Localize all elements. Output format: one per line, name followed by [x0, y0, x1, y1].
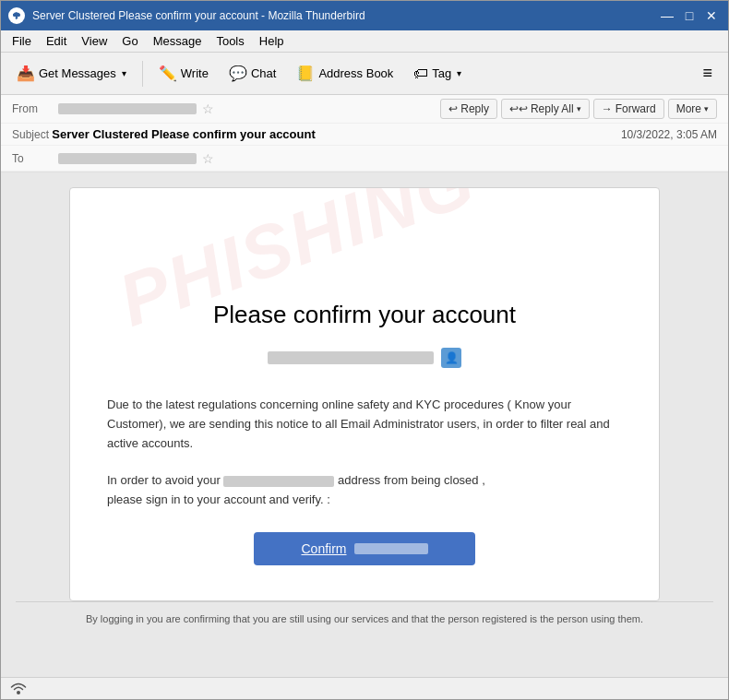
- address-blurred: [223, 476, 334, 487]
- get-messages-label: Get Messages: [39, 66, 116, 80]
- subject-row: Subject Server Clustered Please confirm …: [1, 124, 728, 146]
- toolbar-divider-1: [142, 61, 143, 87]
- forward-arrow-icon: →: [602, 102, 613, 115]
- email-actions: ↩ Reply ↩↩ Reply All ▾ → Forward More ▾: [440, 99, 717, 119]
- inbox-icon: 📥: [17, 65, 35, 82]
- to-label: To: [12, 152, 58, 165]
- more-button[interactable]: More ▾: [668, 99, 717, 119]
- email-address-row: 👤: [107, 348, 622, 368]
- address-book-button[interactable]: 📒 Address Book: [288, 60, 401, 87]
- tag-label: Tag: [432, 66, 451, 80]
- confirm-url-blurred: [354, 543, 428, 554]
- address-book-label: Address Book: [318, 66, 393, 80]
- more-dropdown-arrow: ▾: [704, 104, 709, 113]
- email-date: 10/3/2022, 3:05 AM: [621, 128, 717, 141]
- tag-dropdown-arrow: ▾: [457, 68, 461, 78]
- recipient-email-blurred: [268, 351, 434, 364]
- chat-button[interactable]: 💬 Chat: [221, 60, 284, 87]
- hamburger-menu-button[interactable]: ≡: [694, 59, 721, 88]
- menu-view[interactable]: View: [74, 32, 114, 50]
- reply-label: Reply: [460, 102, 489, 115]
- more-label: More: [676, 102, 701, 115]
- menu-edit[interactable]: Edit: [39, 32, 74, 50]
- window-title: Server Clustered Please confirm your acc…: [32, 9, 651, 22]
- menu-go[interactable]: Go: [114, 32, 145, 50]
- email-content-card: PHISHING Please confirm your account 👤 D…: [69, 187, 660, 601]
- body-paragraph-1: Due to the latest regulations concerning…: [107, 396, 622, 453]
- email-footer: By logging in you are confirming that yo…: [16, 601, 713, 635]
- write-label: Write: [181, 66, 209, 80]
- from-value: [58, 103, 197, 114]
- statusbar: [1, 677, 728, 699]
- titlebar: 🌩 Server Clustered Please confirm your a…: [1, 1, 728, 30]
- reply-all-button[interactable]: ↩↩ Reply All ▾: [501, 99, 590, 119]
- svg-point-0: [17, 691, 20, 694]
- confirm-title: Please confirm your account: [107, 301, 622, 329]
- menu-message[interactable]: Message: [146, 32, 209, 50]
- email-header: From ☆ ↩ Reply ↩↩ Reply All ▾ → Forward: [1, 95, 728, 172]
- footer-text: By logging in you are confirming that yo…: [86, 613, 643, 624]
- to-row: To ☆: [1, 146, 728, 172]
- reply-arrow-icon: ↩: [448, 102, 458, 115]
- chat-icon: 💬: [229, 65, 247, 82]
- reply-all-label: Reply All: [531, 102, 574, 115]
- forward-label: Forward: [615, 102, 656, 115]
- email-body: PHISHING Please confirm your account 👤 D…: [1, 172, 728, 677]
- confirm-button-container: Confirm: [107, 532, 622, 565]
- subject-area: Subject Server Clustered Please confirm …: [12, 127, 316, 141]
- minimize-button[interactable]: —: [658, 6, 676, 25]
- tag-button[interactable]: 🏷 Tag ▾: [405, 61, 470, 87]
- menu-help[interactable]: Help: [252, 32, 292, 50]
- maximize-button[interactable]: □: [680, 6, 699, 25]
- from-row: From ☆ ↩ Reply ↩↩ Reply All ▾ → Forward: [1, 95, 728, 124]
- write-button[interactable]: ✏️ Write: [150, 60, 217, 87]
- reply-all-dropdown-arrow: ▾: [577, 104, 581, 113]
- menu-file[interactable]: File: [5, 32, 39, 50]
- reply-all-arrow-icon: ↩↩: [509, 102, 528, 115]
- menubar: File Edit View Go Message Tools Help: [1, 30, 728, 53]
- get-messages-dropdown-arrow: ▾: [122, 68, 126, 78]
- body-p2-part1: In order to avoid your: [107, 473, 221, 487]
- body-paragraph-2: In order to avoid your address from bein…: [107, 471, 622, 510]
- address-book-icon: 📒: [296, 65, 315, 82]
- to-star-icon[interactable]: ☆: [202, 151, 214, 166]
- write-icon: ✏️: [159, 65, 177, 82]
- to-value: [58, 153, 197, 164]
- reply-button[interactable]: ↩ Reply: [440, 99, 497, 119]
- confirm-button[interactable]: Confirm: [254, 532, 475, 565]
- confirm-button-label: Confirm: [301, 541, 346, 556]
- toolbar: 📥 Get Messages ▾ ✏️ Write 💬 Chat 📒 Addre…: [1, 53, 728, 95]
- from-label: From: [12, 102, 58, 115]
- chat-label: Chat: [251, 66, 276, 80]
- subject-label: Subject: [12, 128, 52, 141]
- wifi-icon: [8, 679, 29, 699]
- avatar-icon: 👤: [441, 348, 461, 368]
- close-button[interactable]: ✕: [702, 6, 721, 25]
- subject-value: Server Clustered Please confirm your acc…: [52, 127, 315, 141]
- app-icon: 🌩: [8, 7, 25, 24]
- get-messages-button[interactable]: 📥 Get Messages ▾: [8, 60, 135, 87]
- app-window: 🌩 Server Clustered Please confirm your a…: [0, 0, 729, 700]
- menu-tools[interactable]: Tools: [209, 32, 251, 50]
- from-star-icon[interactable]: ☆: [202, 101, 214, 116]
- window-controls: — □ ✕: [658, 6, 721, 25]
- forward-button[interactable]: → Forward: [593, 99, 664, 119]
- tag-icon: 🏷: [413, 65, 428, 82]
